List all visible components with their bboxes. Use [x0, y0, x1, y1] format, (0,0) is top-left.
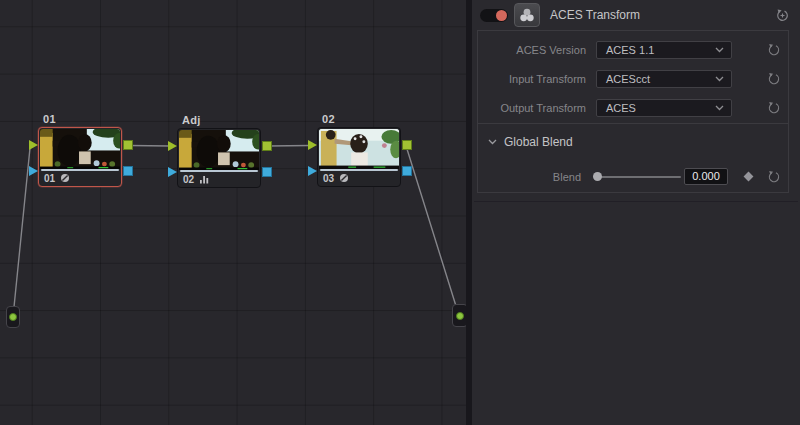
key-input-connector[interactable] — [308, 166, 317, 176]
reset-icon — [767, 43, 781, 57]
corrector-node-01[interactable]: 01 — [38, 127, 122, 187]
plugin-enable-toggle[interactable] — [480, 9, 508, 22]
slider-track — [597, 176, 681, 178]
source-node[interactable] — [6, 306, 20, 328]
node-title: 02 — [322, 113, 335, 125]
node-number: 02 — [183, 174, 194, 185]
corrector-node-adj[interactable]: Adj — [177, 128, 261, 188]
field-label: ACES Version — [478, 44, 586, 56]
chevron-down-icon — [715, 76, 724, 82]
node-thumbnail — [319, 129, 399, 169]
connection-line — [268, 146, 310, 147]
fx-circle-icon — [60, 173, 70, 183]
chevron-down-icon — [715, 47, 724, 53]
connection-line — [129, 146, 170, 147]
blend-label: Blend — [478, 171, 581, 183]
reset-button[interactable] — [767, 101, 781, 115]
field-label: Output Transform — [478, 102, 586, 114]
global-blend-section-header[interactable]: Global Blend — [478, 124, 573, 160]
connection-line — [14, 148, 30, 307]
node-number: 03 — [323, 173, 334, 184]
node-number: 01 — [44, 173, 55, 184]
input-transform-dropdown[interactable]: ACEScct — [596, 70, 732, 88]
reset-icon — [767, 170, 781, 184]
rgb-input-connector[interactable] — [308, 140, 317, 150]
panel-bottom-rule — [474, 201, 798, 202]
rgb-input-connector[interactable] — [168, 141, 177, 151]
panel-title: ACES Transform — [550, 8, 640, 22]
fx-circle-icon — [339, 173, 349, 183]
node-title: Adj — [182, 114, 201, 126]
key-output-connector[interactable] — [123, 166, 133, 176]
key-input-connector[interactable] — [168, 167, 177, 177]
connection-wires — [0, 0, 466, 425]
reset-all-button[interactable] — [773, 6, 791, 24]
slider-thumb[interactable] — [593, 172, 602, 181]
node-thumbnail — [179, 130, 259, 170]
aces-version-row: ACES Version ACES 1.1 — [478, 35, 788, 64]
collapse-chevron-icon — [488, 139, 497, 145]
toggle-knob — [496, 10, 507, 21]
panel-header: ACES Transform — [472, 0, 800, 30]
connection-line — [407, 149, 456, 306]
reset-icon — [767, 72, 781, 86]
chevron-down-icon — [715, 105, 724, 111]
reset-button[interactable] — [767, 43, 781, 57]
global-blend-title: Global Blend — [504, 135, 573, 149]
rgb-output-connector[interactable] — [402, 140, 412, 150]
corrector-node-02[interactable]: 02 — [317, 127, 401, 187]
output-dot-icon — [456, 312, 464, 320]
blend-row: Blend 0.000 — [478, 162, 788, 191]
resolvefx-clover-icon — [519, 7, 535, 23]
node-graph-canvas[interactable]: 01 — [0, 0, 466, 425]
plugin-controls-box: ACES Version ACES 1.1 Input Transform AC… — [477, 30, 789, 193]
rgb-output-connector[interactable] — [262, 141, 272, 151]
rgb-input-connector[interactable] — [29, 140, 38, 150]
node-title: 01 — [43, 113, 56, 125]
reset-icon — [767, 101, 781, 115]
output-transform-dropdown[interactable]: ACES — [596, 99, 732, 117]
blend-slider[interactable] — [593, 170, 681, 184]
blend-value-input[interactable]: 0.000 — [684, 168, 728, 185]
rgb-output-connector[interactable] — [123, 140, 133, 150]
reset-icon — [775, 8, 790, 23]
plugin-button[interactable] — [514, 3, 540, 27]
field-label: Input Transform — [478, 73, 586, 85]
key-output-connector[interactable] — [262, 167, 272, 177]
davinci-color-page: 01 — [0, 0, 800, 425]
aces-version-dropdown[interactable]: ACES 1.1 — [596, 41, 732, 59]
input-transform-row: Input Transform ACEScct — [478, 64, 788, 93]
key-input-connector[interactable] — [29, 166, 38, 176]
reset-button[interactable] — [767, 72, 781, 86]
node-thumbnail — [40, 129, 120, 169]
key-output-connector[interactable] — [402, 166, 412, 176]
adjustment-bars-icon — [199, 174, 210, 184]
output-transform-row: Output Transform ACES — [478, 93, 788, 122]
blend-reset-button[interactable] — [767, 170, 781, 184]
keyframe-diamond-icon[interactable] — [744, 172, 754, 182]
aces-transform-panel: ACES Transform ACES Version ACES 1.1 — [472, 0, 800, 425]
source-dot-icon — [9, 313, 17, 321]
